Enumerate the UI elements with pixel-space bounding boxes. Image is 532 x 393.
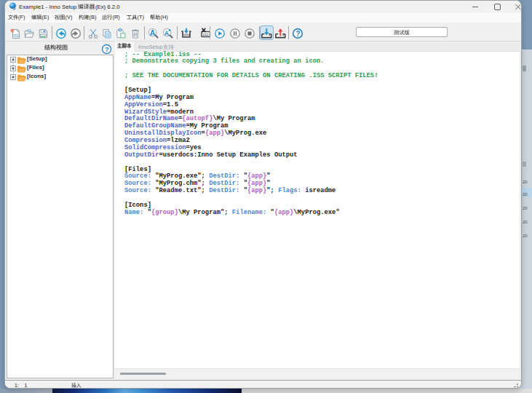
svg-text:?: ?: [105, 46, 109, 53]
svg-text:?: ?: [295, 30, 300, 38]
svg-text:ISS: ISS: [13, 34, 18, 38]
svg-text:iss: iss: [28, 29, 31, 32]
svg-text:A: A: [150, 28, 156, 37]
svg-text:A: A: [164, 29, 170, 37]
